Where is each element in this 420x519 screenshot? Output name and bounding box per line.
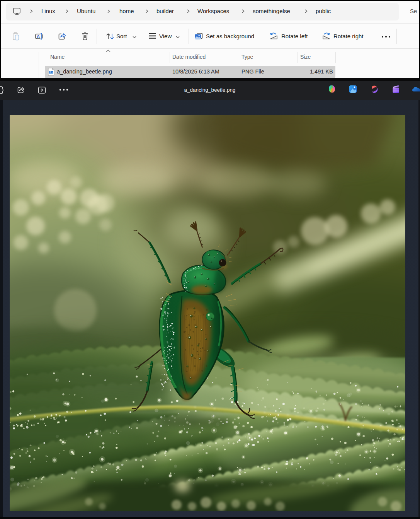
svg-text:A: A <box>37 34 40 39</box>
